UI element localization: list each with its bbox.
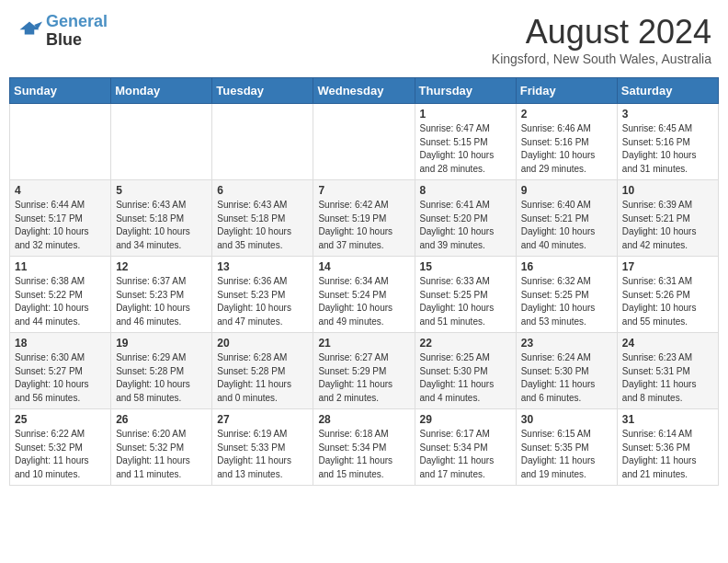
day-number: 7 <box>318 184 409 197</box>
calendar-cell: 26Sunrise: 6:20 AM Sunset: 5:32 PM Dayli… <box>111 409 212 486</box>
cell-info: Sunrise: 6:39 AM Sunset: 5:21 PM Dayligh… <box>622 199 713 252</box>
calendar-cell <box>212 104 313 180</box>
location: Kingsford, New South Wales, Australia <box>492 52 711 66</box>
day-number: 29 <box>420 413 511 426</box>
day-number: 31 <box>622 413 713 426</box>
calendar-cell: 12Sunrise: 6:37 AM Sunset: 5:23 PM Dayli… <box>111 257 212 333</box>
cell-info: Sunrise: 6:37 AM Sunset: 5:23 PM Dayligh… <box>116 275 207 328</box>
cell-info: Sunrise: 6:46 AM Sunset: 5:16 PM Dayligh… <box>521 122 612 176</box>
day-number: 26 <box>116 413 207 426</box>
day-number: 3 <box>622 108 713 121</box>
cell-info: Sunrise: 6:27 AM Sunset: 5:29 PM Dayligh… <box>318 351 409 405</box>
cell-info: Sunrise: 6:34 AM Sunset: 5:24 PM Dayligh… <box>318 275 409 328</box>
day-header-tuesday: Tuesday <box>212 78 313 104</box>
logo-text: GeneralBlue <box>46 13 108 50</box>
calendar-cell: 19Sunrise: 6:29 AM Sunset: 5:28 PM Dayli… <box>111 333 212 409</box>
calendar-week-2: 4Sunrise: 6:44 AM Sunset: 5:17 PM Daylig… <box>10 180 719 257</box>
day-header-saturday: Saturday <box>617 78 718 104</box>
calendar-cell <box>111 104 212 180</box>
day-number: 24 <box>622 337 713 350</box>
calendar-week-4: 18Sunrise: 6:30 AM Sunset: 5:27 PM Dayli… <box>10 333 719 409</box>
cell-info: Sunrise: 6:22 AM Sunset: 5:32 PM Dayligh… <box>15 428 106 481</box>
day-number: 16 <box>521 260 612 273</box>
calendar-cell: 25Sunrise: 6:22 AM Sunset: 5:32 PM Dayli… <box>10 409 111 486</box>
day-number: 12 <box>116 260 207 273</box>
day-header-monday: Monday <box>111 78 212 104</box>
calendar-cell: 3Sunrise: 6:45 AM Sunset: 5:16 PM Daylig… <box>617 104 718 180</box>
calendar-cell: 11Sunrise: 6:38 AM Sunset: 5:22 PM Dayli… <box>10 257 111 333</box>
calendar-cell: 10Sunrise: 6:39 AM Sunset: 5:21 PM Dayli… <box>617 180 718 257</box>
calendar-cell: 27Sunrise: 6:19 AM Sunset: 5:33 PM Dayli… <box>212 409 313 486</box>
header-row: SundayMondayTuesdayWednesdayThursdayFrid… <box>10 78 719 104</box>
calendar-cell: 2Sunrise: 6:46 AM Sunset: 5:16 PM Daylig… <box>516 104 617 180</box>
day-number: 10 <box>622 184 713 197</box>
cell-info: Sunrise: 6:47 AM Sunset: 5:15 PM Dayligh… <box>420 122 511 176</box>
svg-marker-0 <box>20 21 40 34</box>
cell-info: Sunrise: 6:18 AM Sunset: 5:34 PM Dayligh… <box>318 428 409 481</box>
calendar-cell: 17Sunrise: 6:31 AM Sunset: 5:26 PM Dayli… <box>617 257 718 333</box>
day-number: 20 <box>217 337 308 350</box>
cell-info: Sunrise: 6:20 AM Sunset: 5:32 PM Dayligh… <box>116 428 207 481</box>
calendar-cell: 16Sunrise: 6:32 AM Sunset: 5:25 PM Dayli… <box>516 257 617 333</box>
day-number: 8 <box>420 184 511 197</box>
day-number: 13 <box>217 260 308 273</box>
day-number: 9 <box>521 184 612 197</box>
logo: GeneralBlue <box>17 13 108 50</box>
calendar-cell <box>10 104 111 180</box>
day-number: 27 <box>217 413 308 426</box>
calendar-cell: 30Sunrise: 6:15 AM Sunset: 5:35 PM Dayli… <box>516 409 617 486</box>
calendar-week-5: 25Sunrise: 6:22 AM Sunset: 5:32 PM Dayli… <box>10 409 719 486</box>
cell-info: Sunrise: 6:40 AM Sunset: 5:21 PM Dayligh… <box>521 199 612 252</box>
calendar-cell: 15Sunrise: 6:33 AM Sunset: 5:25 PM Dayli… <box>415 257 516 333</box>
cell-info: Sunrise: 6:23 AM Sunset: 5:31 PM Dayligh… <box>622 351 713 405</box>
day-number: 17 <box>622 260 713 273</box>
day-number: 2 <box>521 108 612 121</box>
calendar-cell: 13Sunrise: 6:36 AM Sunset: 5:23 PM Dayli… <box>212 257 313 333</box>
day-number: 22 <box>420 337 511 350</box>
day-header-wednesday: Wednesday <box>313 78 415 104</box>
calendar-cell: 1Sunrise: 6:47 AM Sunset: 5:15 PM Daylig… <box>415 104 516 180</box>
cell-info: Sunrise: 6:31 AM Sunset: 5:26 PM Dayligh… <box>622 275 713 328</box>
calendar-cell: 29Sunrise: 6:17 AM Sunset: 5:34 PM Dayli… <box>415 409 516 486</box>
cell-info: Sunrise: 6:45 AM Sunset: 5:16 PM Dayligh… <box>622 122 713 176</box>
day-number: 15 <box>420 260 511 273</box>
calendar-cell: 21Sunrise: 6:27 AM Sunset: 5:29 PM Dayli… <box>313 333 415 409</box>
day-number: 28 <box>318 413 409 426</box>
day-number: 30 <box>521 413 612 426</box>
logo-icon <box>17 18 42 44</box>
calendar-cell: 20Sunrise: 6:28 AM Sunset: 5:28 PM Dayli… <box>212 333 313 409</box>
calendar-week-1: 1Sunrise: 6:47 AM Sunset: 5:15 PM Daylig… <box>10 104 719 180</box>
calendar-cell: 7Sunrise: 6:42 AM Sunset: 5:19 PM Daylig… <box>313 180 415 257</box>
day-number: 6 <box>217 184 308 197</box>
day-number: 21 <box>318 337 409 350</box>
cell-info: Sunrise: 6:24 AM Sunset: 5:30 PM Dayligh… <box>521 351 612 405</box>
calendar-cell: 22Sunrise: 6:25 AM Sunset: 5:30 PM Dayli… <box>415 333 516 409</box>
cell-info: Sunrise: 6:25 AM Sunset: 5:30 PM Dayligh… <box>420 351 511 405</box>
calendar-cell <box>313 104 415 180</box>
day-number: 4 <box>15 184 106 197</box>
cell-info: Sunrise: 6:29 AM Sunset: 5:28 PM Dayligh… <box>116 351 207 405</box>
page-header: GeneralBlue August 2024 Kingsford, New S… <box>9 9 719 70</box>
day-header-thursday: Thursday <box>415 78 516 104</box>
cell-info: Sunrise: 6:32 AM Sunset: 5:25 PM Dayligh… <box>521 275 612 328</box>
cell-info: Sunrise: 6:43 AM Sunset: 5:18 PM Dayligh… <box>217 199 308 252</box>
day-number: 23 <box>521 337 612 350</box>
cell-info: Sunrise: 6:42 AM Sunset: 5:19 PM Dayligh… <box>318 199 409 252</box>
month-title: August 2024 <box>492 13 711 52</box>
cell-info: Sunrise: 6:38 AM Sunset: 5:22 PM Dayligh… <box>15 275 106 328</box>
calendar-cell: 23Sunrise: 6:24 AM Sunset: 5:30 PM Dayli… <box>516 333 617 409</box>
cell-info: Sunrise: 6:15 AM Sunset: 5:35 PM Dayligh… <box>521 428 612 481</box>
cell-info: Sunrise: 6:17 AM Sunset: 5:34 PM Dayligh… <box>420 428 511 481</box>
cell-info: Sunrise: 6:36 AM Sunset: 5:23 PM Dayligh… <box>217 275 308 328</box>
day-header-friday: Friday <box>516 78 617 104</box>
day-number: 25 <box>15 413 106 426</box>
cell-info: Sunrise: 6:14 AM Sunset: 5:36 PM Dayligh… <box>622 428 713 481</box>
calendar-week-3: 11Sunrise: 6:38 AM Sunset: 5:22 PM Dayli… <box>10 257 719 333</box>
calendar-cell: 31Sunrise: 6:14 AM Sunset: 5:36 PM Dayli… <box>617 409 718 486</box>
day-number: 5 <box>116 184 207 197</box>
day-number: 14 <box>318 260 409 273</box>
day-number: 18 <box>15 337 106 350</box>
calendar-cell: 5Sunrise: 6:43 AM Sunset: 5:18 PM Daylig… <box>111 180 212 257</box>
cell-info: Sunrise: 6:19 AM Sunset: 5:33 PM Dayligh… <box>217 428 308 481</box>
day-number: 1 <box>420 108 511 121</box>
